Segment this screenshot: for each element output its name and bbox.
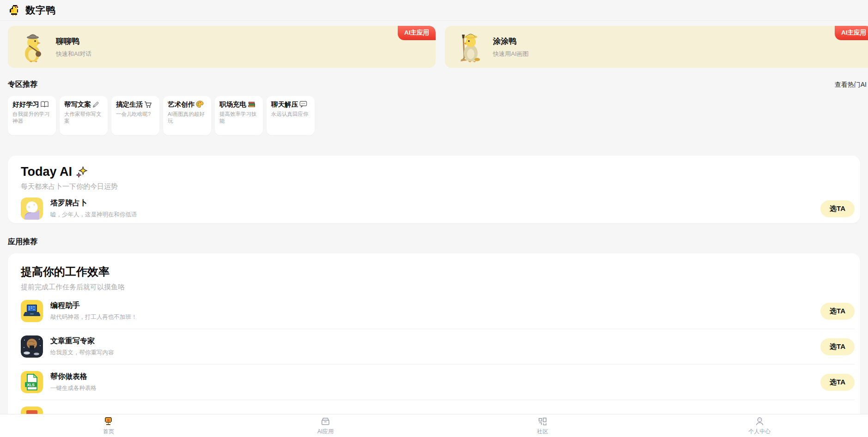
laptop-icon — [21, 300, 43, 322]
banner-subtitle: 快速用AI画图 — [493, 50, 528, 58]
pencil-icon — [92, 101, 100, 108]
banner-texts: 涂涂鸭 快速用AI画图 — [493, 36, 528, 58]
svg-text:XLS: XLS — [27, 383, 35, 387]
speech-bubble-icon — [299, 101, 307, 108]
work-efficiency-title: 提高你的工作效率 — [21, 264, 855, 279]
today-ai-title: Today AI — [21, 165, 72, 179]
zone-section-title: 专区推荐 — [8, 80, 37, 90]
pick-spreadsheet-button[interactable]: 选TA — [820, 374, 855, 391]
app-item-subtitle: 敲代码神器，打工人再也不加班！ — [50, 313, 813, 321]
zone-card-art[interactable]: 艺术创作 AI画图真的超好玩 — [163, 96, 211, 135]
see-hot-ai-link[interactable]: 查看热门AI — [835, 81, 867, 89]
banner-card-paint-duck[interactable]: 涂涂鸭 快速用AI画图 AI主应用 — [445, 26, 868, 68]
trophy-duck-icon — [103, 416, 114, 427]
banner-texts: 聊聊鸭 快速和AI对话 — [56, 36, 91, 58]
sparkles-icon — [76, 166, 88, 178]
app-item-texts: 文章重写专家 给我原文，帮你重写内容 — [50, 336, 813, 357]
bottom-nav: 首页 AI应用 社区 — [0, 414, 868, 437]
tarot-subtitle: 嘘，少年人，这是神明在和你低语 — [50, 211, 813, 219]
banner-card-chat-duck[interactable]: 聊聊鸭 快速和AI对话 AI主应用 — [8, 26, 436, 68]
palette-icon — [196, 101, 204, 108]
open-book-icon — [41, 101, 49, 108]
zone-card-copywriting[interactable]: 帮写文案 大作家帮你写文案 — [60, 96, 108, 135]
app-item-subtitle: 一键生成各种表格 — [50, 384, 813, 392]
tarot-title: 塔罗牌占卜 — [50, 198, 813, 208]
zone-card-title: 搞定生活 — [116, 100, 143, 108]
app-item-subtitle: 给我原文，帮你重写内容 — [50, 349, 813, 357]
zone-card-subtitle: 一会儿吃啥呢? — [116, 111, 155, 118]
zone-card-subtitle: 大作家帮你写文案 — [64, 111, 103, 125]
moon-art-icon — [21, 335, 43, 358]
app-item-coding[interactable]: 编程助手 敲代码神器，打工人再也不加班！ 选TA — [21, 293, 855, 329]
nav-item-home[interactable]: 首页 — [88, 416, 129, 436]
zone-card-subtitle: AI画图真的超好玩 — [168, 111, 206, 125]
detective-duck-mascot — [20, 31, 46, 63]
nav-label-community: 社区 — [537, 428, 548, 436]
work-efficiency-card: 提高你的工作效率 提前完成工作任务后就可以摸鱼咯 编程助手 敲代码神器，打工人再… — [8, 253, 860, 437]
pick-coding-button[interactable]: 选TA — [820, 303, 855, 320]
apps-section-title: 应用推荐 — [8, 237, 37, 247]
crystal-ball-icon — [21, 198, 43, 220]
apps-section-header: 应用推荐 — [8, 237, 860, 247]
app-item-title: 编程助手 — [50, 301, 813, 311]
today-ai-subtitle: 每天都来占卜一下你的今日运势 — [21, 182, 855, 191]
duck-logo-icon — [8, 4, 21, 17]
app-item-rewrite[interactable]: 文章重写专家 给我原文，帮你重写内容 选TA — [21, 329, 855, 365]
zone-card-career[interactable]: 职场充电 提高效率学习技能 — [215, 96, 263, 135]
pick-rewrite-button[interactable]: 选TA — [820, 338, 855, 355]
nav-item-community[interactable]: 社区 — [522, 416, 563, 436]
archive-box-icon — [320, 416, 331, 427]
app-item-spreadsheet[interactable]: XLS 帮你做表格 一键生成各种表格 选TA — [21, 365, 855, 400]
blocks-grid-icon — [537, 416, 548, 427]
nav-item-profile[interactable]: 个人中心 — [739, 416, 780, 436]
zone-section-header: 专区推荐 查看热门AI — [8, 80, 860, 90]
nav-label-profile: 个人中心 — [748, 428, 771, 436]
books-icon — [248, 101, 255, 108]
banner-title: 聊聊鸭 — [56, 36, 91, 47]
zone-card-subtitle: 永远认真回应你 — [271, 111, 310, 118]
tarot-list-item[interactable]: 塔罗牌占卜 嘘，少年人，这是神明在和你低语 选TA — [21, 191, 855, 226]
zone-card-title: 好好学习 — [12, 100, 39, 108]
pick-tarot-button[interactable]: 选TA — [820, 200, 855, 217]
app-item-texts: 帮你做表格 一键生成各种表格 — [50, 372, 813, 392]
zone-card-subtitle: 自我提升的学习神器 — [12, 111, 51, 125]
zone-card-title: 帮写文案 — [64, 100, 91, 108]
banner-subtitle: 快速和AI对话 — [56, 50, 91, 58]
nav-item-ai-apps[interactable]: AI应用 — [305, 416, 346, 436]
banner-title: 涂涂鸭 — [493, 36, 528, 47]
app-header: 数字鸭 — [0, 0, 868, 21]
ai-main-app-badge: AI主应用 — [398, 26, 436, 40]
nav-label-ai-apps: AI应用 — [317, 428, 334, 436]
zone-card-row: 好好学习 自我提升的学习神器 帮写文案 大作家帮你写文案 搞定生活 一会儿吃啥呢… — [8, 96, 860, 135]
page-content: 聊聊鸭 快速和AI对话 AI主应用 — [0, 26, 868, 437]
person-icon — [754, 416, 765, 427]
work-efficiency-subtitle: 提前完成工作任务后就可以摸鱼咯 — [21, 283, 855, 292]
zone-card-relax[interactable]: 聊天解压 永远认真回应你 — [267, 96, 315, 135]
ai-main-app-badge: AI主应用 — [835, 26, 868, 40]
app-item-title: 文章重写专家 — [50, 336, 813, 346]
app-item-texts: 编程助手 敲代码神器，打工人再也不加班！ — [50, 301, 813, 321]
painter-duck-mascot — [457, 31, 483, 63]
zone-card-title: 职场充电 — [219, 100, 246, 108]
app-item-title: 帮你做表格 — [50, 372, 813, 382]
zone-card-life[interactable]: 搞定生活 一会儿吃啥呢? — [111, 96, 159, 135]
today-ai-card: Today AI 每天都来占卜一下你的今日运势 塔罗牌占卜 嘘，少年人，这是神明… — [8, 156, 860, 223]
zone-card-subtitle: 提高效率学习技能 — [219, 111, 258, 125]
banner-row: 聊聊鸭 快速和AI对话 AI主应用 — [8, 26, 860, 68]
nav-label-home: 首页 — [103, 428, 114, 436]
tarot-texts: 塔罗牌占卜 嘘，少年人，这是神明在和你低语 — [50, 198, 813, 219]
zone-card-title: 聊天解压 — [271, 100, 298, 108]
app-title: 数字鸭 — [25, 4, 56, 17]
shopping-cart-icon — [144, 101, 152, 108]
zone-card-study[interactable]: 好好学习 自我提升的学习神器 — [8, 96, 56, 135]
zone-card-title: 艺术创作 — [168, 100, 194, 108]
xls-file-icon: XLS — [21, 371, 43, 393]
